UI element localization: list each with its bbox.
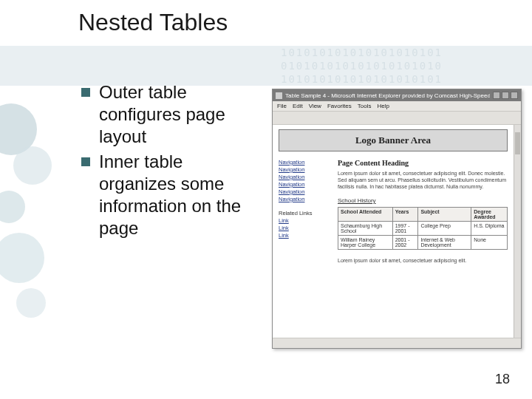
related-link: Link: [279, 225, 327, 231]
lorem-paragraph-2: Lorem ipsum dolor sit amet, consectetuer…: [338, 257, 508, 264]
bullet-text: Outer table configures page layout: [99, 81, 251, 148]
browser-toolbar: [273, 112, 521, 125]
menu-item: Tools: [358, 103, 372, 109]
table-header: Years: [392, 208, 418, 222]
browser-titlebar: Table Sample 4 - Microsoft Internet Expl…: [273, 89, 521, 101]
nav-link: Navigation: [279, 174, 327, 180]
table-cell: College Prep: [418, 222, 471, 236]
table-row: Schaumburg High School 1997 - 2001 Colle…: [338, 222, 508, 236]
menu-item: Favorites: [327, 103, 352, 109]
related-link: Link: [279, 232, 327, 239]
table-cell: William Rainey Harper College: [338, 236, 393, 250]
nav-link: Navigation: [279, 159, 327, 166]
scrollbar-thumb: [515, 132, 520, 154]
table-cell: 1997 - 2001: [392, 222, 418, 236]
menu-item: View: [309, 103, 321, 109]
menu-item: Edit: [293, 103, 303, 109]
window-buttons: [493, 92, 518, 99]
slide-title: Nested Tables: [78, 9, 228, 36]
logo-banner: Logo Banner Area: [279, 129, 508, 151]
browser-app-icon: [276, 92, 282, 99]
table-row: William Rainey Harper College 2001 - 200…: [338, 236, 508, 250]
menu-item: Help: [377, 103, 389, 109]
nav-column: Navigation Navigation Navigation Navigat…: [279, 159, 327, 264]
inner-table: School Attended Years Subject Degree Awa…: [338, 207, 508, 250]
table-header: Degree Awarded: [471, 208, 508, 222]
table-cell: Internet & Web Development: [418, 236, 471, 250]
table-header: Subject: [418, 208, 471, 222]
nav-link: Navigation: [279, 196, 327, 202]
browser-menubar: File Edit View Favorites Tools Help: [273, 101, 521, 112]
bullet-item: Outer table configures page layout: [81, 81, 251, 148]
minimize-icon: [493, 92, 500, 99]
table-cell: None: [471, 236, 508, 250]
lorem-paragraph: Lorem ipsum dolor sit amet, consectetuer…: [338, 170, 508, 190]
content-column: Page Content Heading Lorem ipsum dolor s…: [338, 159, 508, 264]
table-cell: 2001 - 2002: [392, 236, 418, 250]
nav-link: Navigation: [279, 166, 327, 173]
browser-statusbar: [273, 338, 521, 348]
related-link: Link: [279, 217, 327, 224]
maximize-icon: [502, 92, 509, 99]
table-header: School Attended: [338, 208, 393, 222]
browser-window-title: Table Sample 4 - Microsoft Internet Expl…: [285, 92, 490, 99]
nav-link: Navigation: [279, 188, 327, 195]
close-icon: [511, 92, 518, 99]
slide-body: Outer table configures page layout Inner…: [81, 81, 251, 242]
menu-item: File: [277, 103, 287, 109]
bullet-marker-icon: [81, 157, 90, 166]
decorative-bubbles: [0, 103, 66, 325]
browser-mock: Table Sample 4 - Microsoft Internet Expl…: [272, 89, 522, 349]
bullet-marker-icon: [81, 88, 90, 97]
browser-scrollbar: [514, 125, 521, 338]
bullet-text: Inner table organizes some information o…: [99, 151, 251, 239]
table-cell: Schaumburg High School: [338, 222, 393, 236]
table-header-row: School Attended Years Subject Degree Awa…: [338, 208, 508, 222]
table-cell: H.S. Diploma: [471, 222, 508, 236]
browser-viewport: Logo Banner Area Navigation Navigation N…: [273, 125, 514, 338]
slide-number: 18: [495, 372, 510, 387]
page-content-heading: Page Content Heading: [338, 159, 508, 167]
nav-link: Navigation: [279, 181, 327, 188]
school-history-subhead: School History: [338, 197, 508, 204]
background-binary-pattern: 101010101010101010101 010101010101010101…: [281, 46, 532, 86]
related-links-label: Related Links: [279, 210, 327, 216]
page-content: Logo Banner Area Navigation Navigation N…: [273, 125, 514, 268]
bullet-item: Inner table organizes some information o…: [81, 151, 251, 239]
